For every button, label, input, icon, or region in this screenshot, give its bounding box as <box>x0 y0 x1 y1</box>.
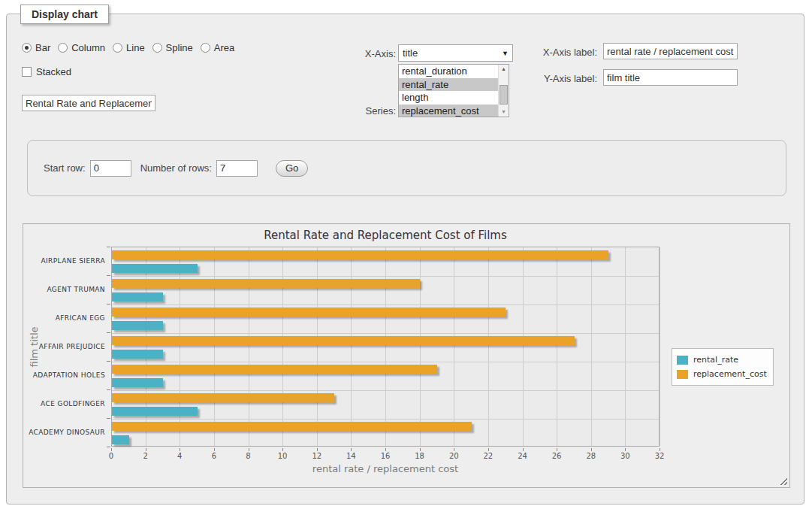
gridline <box>488 247 489 446</box>
chart-title-input[interactable] <box>22 95 155 111</box>
y-axis-tick <box>107 389 110 390</box>
chart-type-radio-column[interactable]: Column <box>58 42 105 53</box>
gridline <box>591 247 592 446</box>
x-axis-tick-label: 26 <box>545 452 568 460</box>
y-axis-tick <box>107 447 110 447</box>
category-label: AIRPLANE SIERRA <box>23 257 105 265</box>
y-axis-tick <box>107 332 110 333</box>
gridline <box>625 247 626 446</box>
series-scrollbar[interactable]: ▲ ▼ <box>498 65 509 117</box>
series-option-rental_rate[interactable]: rental_rate <box>399 78 498 92</box>
bar-replacement_cost <box>112 279 420 288</box>
legend-entry-replacement_cost: replacement_cost <box>677 367 767 381</box>
radio-icon[interactable] <box>58 43 68 53</box>
category-label: ACE GOLDFINGER <box>23 400 105 407</box>
series-option-length[interactable]: length <box>399 91 498 105</box>
gridline <box>557 247 557 446</box>
radio-label: Bar <box>35 42 50 53</box>
scroll-up-icon[interactable]: ▲ <box>499 65 509 74</box>
panel-title: Display chart <box>20 5 109 24</box>
category-label: ACADEMY DINOSAUR <box>23 429 105 436</box>
chart-type-radio-bar[interactable]: Bar <box>22 42 50 53</box>
x-axis-tick <box>523 448 524 451</box>
radio-label: Area <box>214 42 234 53</box>
x-axis-select[interactable]: title ▼ <box>398 44 513 62</box>
gridline <box>112 333 659 334</box>
gridline <box>454 247 454 446</box>
rows-panel: Start row: Number of rows: Go <box>27 140 786 196</box>
legend-swatch-icon <box>677 356 688 365</box>
resize-handle-icon[interactable] <box>779 477 787 485</box>
series-options-list: rental_durationrental_ratelengthreplacem… <box>399 65 498 117</box>
x-axis-tick-label: 16 <box>374 452 397 460</box>
bar-replacement_cost <box>112 393 334 402</box>
x-axis-tick <box>351 448 352 451</box>
y-axis-tick <box>107 247 110 247</box>
bar-rental_rate <box>112 407 198 416</box>
series-option-rental_duration[interactable]: rental_duration <box>399 65 498 78</box>
x-axis-tick <box>625 448 626 451</box>
x-axis-tick-label: 18 <box>409 452 431 460</box>
bar-replacement_cost <box>112 250 608 259</box>
y-axis-tick <box>107 361 110 362</box>
x-axis-tick-label: 14 <box>340 452 362 460</box>
y-axis-label-label: Y-Axis label: <box>536 73 597 84</box>
x-axis-tick-label: 4 <box>168 452 191 460</box>
gridline <box>420 247 421 446</box>
x-axis-tick-label: 8 <box>237 452 260 460</box>
legend-label: rental_rate <box>693 355 738 365</box>
x-axis-tick <box>282 448 283 451</box>
x-axis-tick <box>214 448 215 451</box>
x-axis-tick-label: 12 <box>306 452 328 460</box>
gridline <box>385 247 386 446</box>
radio-icon[interactable] <box>152 43 162 53</box>
chart-type-radio-spline[interactable]: Spline <box>152 42 193 53</box>
series-multiselect[interactable]: rental_durationrental_ratelengthreplacem… <box>398 64 509 117</box>
bar-replacement_cost <box>112 422 472 431</box>
start-row-label: Start row: <box>44 162 86 174</box>
chart-title: Rental Rate and Replacement Cost of Film… <box>111 229 660 242</box>
x-axis-tick <box>420 448 421 451</box>
plot-area <box>111 247 660 447</box>
chart-type-radio-area[interactable]: Area <box>201 42 234 53</box>
x-axis-tick-label: 10 <box>271 452 294 460</box>
gridline <box>214 247 215 446</box>
bar-rental_rate <box>112 435 129 444</box>
stacked-checkbox-row[interactable]: Stacked <box>22 66 71 77</box>
bar-rental_rate <box>112 321 163 330</box>
radio-icon[interactable] <box>113 43 122 53</box>
y-axis-tick <box>107 418 110 419</box>
scrollbar-thumb[interactable] <box>500 85 508 105</box>
category-label: AFFAIR PREJUDICE <box>23 343 105 350</box>
gridline <box>112 419 659 420</box>
legend-entry-rental_rate: rental_rate <box>677 353 767 367</box>
x-axis-selected-value: title <box>403 47 418 59</box>
x-axis-label-input[interactable] <box>603 43 738 59</box>
x-axis-tick <box>488 448 489 451</box>
x-axis-tick <box>111 448 112 451</box>
radio-icon[interactable] <box>22 43 32 53</box>
chart-type-radio-group: BarColumnLineSplineArea <box>22 42 234 53</box>
series-option-replacement_cost[interactable]: replacement_cost <box>399 105 498 118</box>
num-rows-input[interactable] <box>216 160 258 177</box>
x-axis-tick-label: 2 <box>134 452 157 460</box>
bar-replacement_cost <box>112 365 437 374</box>
x-axis-tick <box>385 448 386 451</box>
y-axis-label-input[interactable] <box>603 69 738 86</box>
start-row-input[interactable] <box>90 160 131 177</box>
bar-replacement_cost <box>112 336 575 345</box>
x-axis-title: rental rate / replacement cost <box>111 463 660 474</box>
gridline <box>660 247 660 446</box>
page: Display chart BarColumnLineSplineArea St… <box>0 0 812 512</box>
gridline <box>180 247 180 446</box>
x-axis-tick-label: 32 <box>648 452 671 460</box>
x-axis-tick-label: 24 <box>512 452 534 460</box>
x-axis-tick <box>180 448 180 451</box>
scroll-down-icon[interactable]: ▼ <box>499 108 509 117</box>
stacked-checkbox[interactable] <box>22 67 32 77</box>
chart-type-radio-line[interactable]: Line <box>113 42 145 53</box>
radio-icon[interactable] <box>201 43 210 53</box>
go-button[interactable]: Go <box>276 160 308 177</box>
gridline <box>523 247 524 446</box>
gridline <box>282 247 283 446</box>
